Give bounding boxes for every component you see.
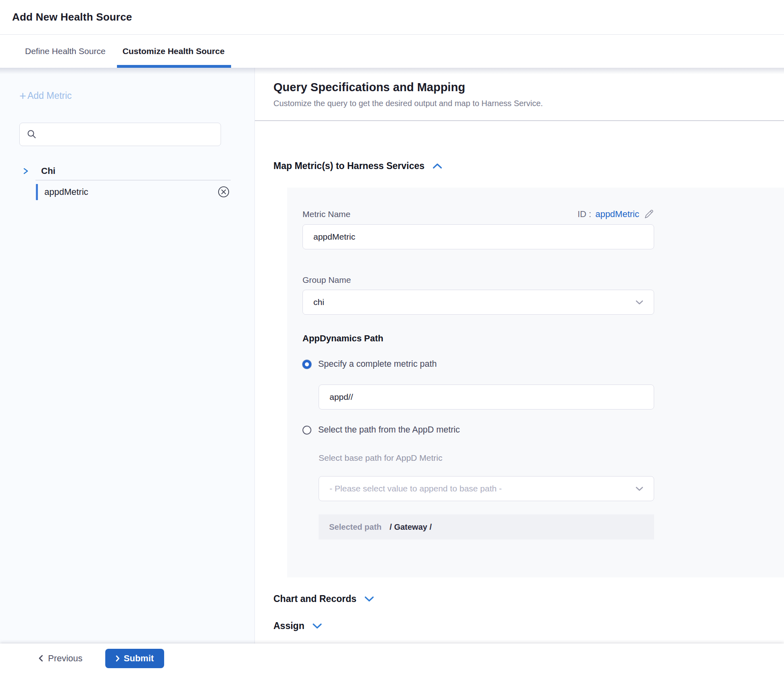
panel-subtitle: Customize the query to get the desired o… — [273, 99, 784, 108]
section-chart-label: Chart and Records — [273, 594, 357, 604]
complete-path-field — [319, 385, 654, 410]
base-path-label: Select base path for AppD Metric — [319, 453, 784, 463]
metric-id-value[interactable]: appdMetric — [595, 209, 639, 219]
previous-button[interactable]: Previous — [38, 653, 83, 664]
previous-label: Previous — [48, 653, 83, 664]
tree-group-chi[interactable]: Chi — [19, 162, 231, 180]
plus-icon: + — [19, 92, 26, 100]
metric-name-input[interactable] — [313, 232, 643, 242]
active-tab-underline — [117, 65, 231, 68]
metric-name-label: Metric Name — [302, 209, 350, 219]
section-assign-label: Assign — [273, 621, 304, 631]
radio-select-label: Select the path from the AppD metric — [318, 425, 460, 435]
tree-item-appdmetric[interactable]: appdMetric — [19, 180, 231, 204]
radio-unselected-icon[interactable] — [302, 426, 311, 435]
tab-label: Customize Health Source — [123, 46, 225, 56]
remove-metric-icon[interactable] — [217, 186, 230, 198]
section-assign[interactable]: Assign — [273, 621, 784, 631]
chevron-up-icon[interactable] — [432, 163, 443, 169]
dialog-header: Add New Health Source — [0, 0, 784, 35]
add-health-source-dialog: Add New Health Source Define Health Sour… — [0, 0, 784, 673]
add-metric-label: Add Metric — [27, 90, 72, 101]
chevron-down-icon[interactable] — [635, 299, 644, 305]
tab-label: Define Health Source — [25, 46, 106, 56]
tab-customize-health-source[interactable]: Customize Health Source — [123, 35, 225, 68]
section-map-label: Map Metric(s) to Harness Services — [273, 161, 425, 171]
chevron-down-icon[interactable] — [364, 596, 375, 602]
appdynamics-path-heading: AppDynamics Path — [302, 333, 784, 344]
section-chart-records[interactable]: Chart and Records — [273, 594, 784, 604]
chevron-down-icon[interactable] — [312, 623, 323, 629]
metric-search-box — [19, 123, 221, 146]
group-name-label: Group Name — [302, 275, 784, 285]
dialog-footer: Previous Submit — [0, 644, 784, 673]
tab-define-health-source[interactable]: Define Health Source — [25, 35, 106, 68]
panel-divider — [255, 120, 784, 121]
map-metrics-card: Metric Name ID : appdMetric Group Name — [287, 188, 784, 577]
edit-pencil-icon[interactable] — [643, 209, 654, 219]
complete-path-input[interactable] — [329, 392, 643, 402]
group-name-select[interactable] — [302, 290, 654, 315]
submit-label: Submit — [124, 653, 154, 664]
selected-path-label: Selected path — [329, 523, 382, 532]
tab-bar: Define Health Source Customize Health So… — [0, 35, 784, 68]
radio-complete-label: Specify a complete metric path — [318, 359, 437, 369]
selected-indicator-bar — [36, 184, 38, 200]
add-metric-button[interactable]: + Add Metric — [19, 90, 72, 101]
radio-selected-icon[interactable] — [302, 360, 311, 369]
metric-search-input[interactable] — [42, 123, 221, 146]
base-path-select[interactable] — [319, 476, 654, 501]
radio-select-path[interactable]: Select the path from the AppD metric — [302, 425, 784, 435]
radio-complete-metric-path[interactable]: Specify a complete metric path — [302, 359, 784, 369]
selected-path-bar: Selected path / Gateway / — [319, 514, 654, 539]
panel-title: Query Specifications and Mapping — [273, 81, 784, 94]
section-map-metrics[interactable]: Map Metric(s) to Harness Services — [273, 161, 784, 171]
dialog-title: Add New Health Source — [12, 11, 132, 23]
base-path-input[interactable] — [329, 484, 643, 493]
selected-path-value: / Gateway / — [390, 523, 432, 532]
query-spec-panel: Query Specifications and Mapping Customi… — [255, 68, 784, 644]
metric-id-chip: ID : appdMetric — [578, 209, 654, 219]
tree-group-label: Chi — [41, 166, 55, 176]
chevron-right-icon — [115, 655, 120, 662]
tree-item-label: appdMetric — [44, 187, 217, 197]
chevron-left-icon — [38, 654, 43, 662]
dialog-body: + Add Metric Chi appdM — [0, 68, 784, 644]
metrics-sidebar: + Add Metric Chi appdM — [0, 68, 255, 644]
chevron-down-icon[interactable] — [635, 486, 644, 491]
search-icon — [27, 130, 37, 139]
submit-button[interactable]: Submit — [105, 649, 164, 668]
chevron-right-icon[interactable] — [23, 167, 29, 175]
metric-name-row: Metric Name ID : appdMetric — [302, 209, 654, 219]
group-name-input[interactable] — [313, 297, 643, 307]
metric-tree: Chi appdMetric — [19, 162, 231, 204]
metric-name-field — [302, 224, 654, 249]
metric-id-prefix: ID : — [578, 209, 591, 219]
